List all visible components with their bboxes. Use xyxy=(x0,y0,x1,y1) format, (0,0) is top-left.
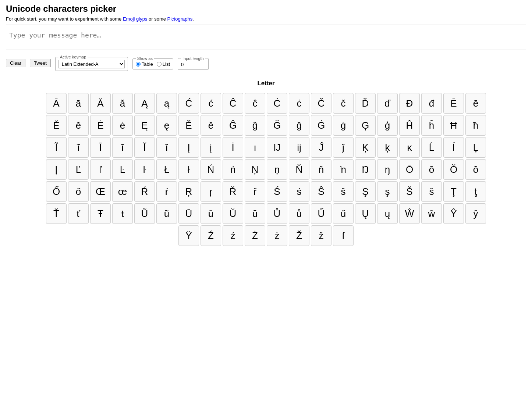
char-button[interactable]: Ğ xyxy=(267,115,287,136)
char-button[interactable]: ĥ xyxy=(421,115,442,136)
char-button[interactable]: Ľ xyxy=(68,159,89,180)
char-button[interactable]: ũ xyxy=(156,203,177,224)
char-button[interactable]: ĩ xyxy=(68,137,89,158)
show-as-list-label[interactable]: List xyxy=(157,61,170,67)
show-as-table-label[interactable]: Table xyxy=(136,61,153,67)
char-button[interactable]: Ĺ xyxy=(421,137,442,158)
emoji-link[interactable]: Emoji glyps xyxy=(123,16,147,22)
char-button[interactable]: đ xyxy=(421,93,442,114)
char-button[interactable]: ċ xyxy=(289,93,309,114)
char-button[interactable]: Ķ xyxy=(355,137,376,158)
char-button[interactable]: ŵ xyxy=(421,203,442,224)
pictographs-link[interactable]: Pictographs xyxy=(167,16,193,22)
char-button[interactable]: Ő xyxy=(46,181,67,202)
char-button[interactable]: ě xyxy=(201,115,221,136)
char-button[interactable]: Ĭ xyxy=(134,137,155,158)
char-button[interactable]: ź xyxy=(223,225,243,246)
char-button[interactable]: Ġ xyxy=(311,115,331,136)
char-button[interactable]: ŏ xyxy=(465,159,486,180)
char-button[interactable]: ă xyxy=(112,93,133,114)
char-button[interactable]: İ xyxy=(223,137,243,158)
char-button[interactable]: Č xyxy=(311,93,331,114)
char-button[interactable]: ď xyxy=(377,93,398,114)
char-button[interactable]: ŝ xyxy=(333,181,354,202)
char-button[interactable]: Ů xyxy=(267,203,287,224)
char-button[interactable]: ŭ xyxy=(245,203,265,224)
char-button[interactable]: Ŗ xyxy=(178,181,199,202)
char-button[interactable]: ş xyxy=(377,181,398,202)
char-button[interactable]: Ŷ xyxy=(443,203,464,224)
char-button[interactable]: Ū xyxy=(178,203,199,224)
char-button[interactable]: ŋ xyxy=(377,159,398,180)
char-button[interactable]: ġ xyxy=(333,115,354,136)
char-button[interactable]: ť xyxy=(68,203,89,224)
char-button[interactable]: ţ xyxy=(465,181,486,202)
char-button[interactable]: Ĵ xyxy=(311,137,331,158)
char-button[interactable]: ę xyxy=(156,115,177,136)
char-button[interactable]: Ħ xyxy=(443,115,464,136)
char-button[interactable]: Ĉ xyxy=(223,93,243,114)
char-button[interactable]: Ł xyxy=(156,159,177,180)
char-button[interactable]: ň xyxy=(311,159,331,180)
char-button[interactable]: ĵ xyxy=(333,137,354,158)
char-button[interactable]: ą xyxy=(156,93,177,114)
char-button[interactable]: ł xyxy=(178,159,199,180)
char-button[interactable]: ē xyxy=(465,93,486,114)
char-button[interactable]: č xyxy=(333,93,354,114)
char-button[interactable]: Ž xyxy=(289,225,309,246)
char-button[interactable]: ŉ xyxy=(333,159,354,180)
char-button[interactable]: Ė xyxy=(90,115,111,136)
char-button[interactable]: Ŵ xyxy=(399,203,420,224)
char-button[interactable]: š xyxy=(421,181,442,202)
char-button[interactable]: Ũ xyxy=(134,203,155,224)
char-button[interactable]: ķ xyxy=(377,137,398,158)
char-button[interactable]: ń xyxy=(223,159,243,180)
char-button[interactable]: Ń xyxy=(201,159,221,180)
char-button[interactable]: ŕ xyxy=(156,181,177,202)
char-button[interactable]: ŷ xyxy=(465,203,486,224)
char-button[interactable]: ĕ xyxy=(68,115,89,136)
char-button[interactable]: Ř xyxy=(223,181,243,202)
char-button[interactable]: Ť xyxy=(46,203,67,224)
char-button[interactable]: ć xyxy=(201,93,221,114)
char-button[interactable]: ų xyxy=(377,203,398,224)
char-button[interactable]: ĭ xyxy=(156,137,177,158)
char-button[interactable]: ū xyxy=(201,203,221,224)
show-as-table-radio[interactable] xyxy=(136,62,141,67)
char-button[interactable]: ŗ xyxy=(201,181,221,202)
char-button[interactable]: Ĥ xyxy=(399,115,420,136)
char-button[interactable]: Ĩ xyxy=(46,137,67,158)
show-as-list-radio[interactable] xyxy=(157,62,162,67)
char-button[interactable]: ĝ xyxy=(245,115,265,136)
char-button[interactable]: Ē xyxy=(443,93,464,114)
char-button[interactable]: Ą xyxy=(134,93,155,114)
char-button[interactable]: Ś xyxy=(267,181,287,202)
char-button[interactable]: ħ xyxy=(465,115,486,136)
char-button[interactable]: Ţ xyxy=(443,181,464,202)
char-button[interactable]: Ŀ xyxy=(112,159,133,180)
char-button[interactable]: Į xyxy=(178,137,199,158)
clear-button[interactable]: Clear xyxy=(6,59,25,67)
message-input[interactable] xyxy=(6,28,526,50)
char-button[interactable]: Ŝ xyxy=(311,181,331,202)
char-button[interactable]: ż xyxy=(267,225,287,246)
char-button[interactable]: Ĳ xyxy=(267,137,287,158)
char-button[interactable]: Ĝ xyxy=(223,115,243,136)
char-button[interactable]: ĸ xyxy=(399,137,420,158)
char-button[interactable]: Ļ xyxy=(465,137,486,158)
char-button[interactable]: Ň xyxy=(289,159,309,180)
char-button[interactable]: ģ xyxy=(377,115,398,136)
char-button[interactable]: Ă xyxy=(90,93,111,114)
char-button[interactable]: Ā xyxy=(46,93,67,114)
char-button[interactable]: Ÿ xyxy=(178,225,199,246)
char-button[interactable]: Œ xyxy=(90,181,111,202)
char-button[interactable]: ĉ xyxy=(245,93,265,114)
char-button[interactable]: Ō xyxy=(399,159,420,180)
char-button[interactable]: ŀ xyxy=(134,159,155,180)
char-button[interactable]: ś xyxy=(289,181,309,202)
char-button[interactable]: ű xyxy=(333,203,354,224)
char-button[interactable]: ľ xyxy=(90,159,111,180)
char-button[interactable]: Ű xyxy=(311,203,331,224)
char-button[interactable]: ğ xyxy=(289,115,309,136)
char-button[interactable]: Ż xyxy=(245,225,265,246)
